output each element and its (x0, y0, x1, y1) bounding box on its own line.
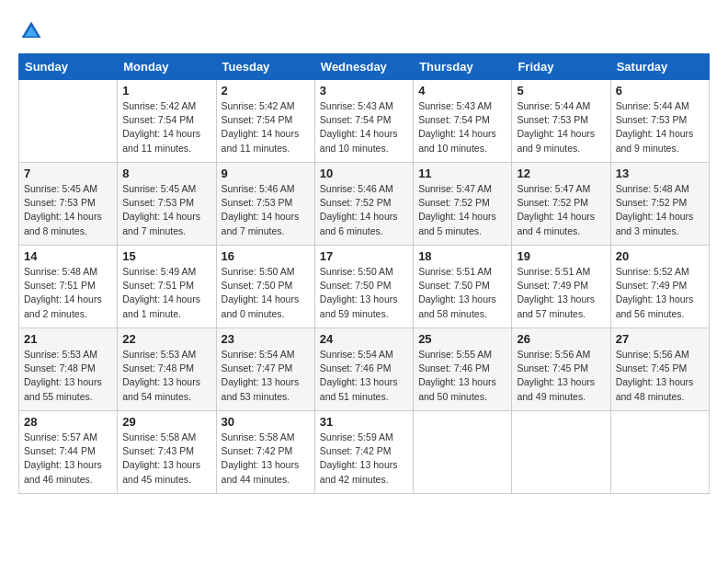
week-row-3: 14Sunrise: 5:48 AM Sunset: 7:51 PM Dayli… (19, 246, 710, 328)
day-info: Sunrise: 5:45 AM Sunset: 7:53 PM Dayligh… (122, 182, 210, 238)
day-info: Sunrise: 5:56 AM Sunset: 7:45 PM Dayligh… (517, 348, 605, 404)
day-info: Sunrise: 5:52 AM Sunset: 7:49 PM Dayligh… (616, 265, 704, 321)
col-header-tuesday: Tuesday (216, 54, 314, 80)
day-number: 11 (418, 167, 506, 180)
logo (18, 18, 48, 44)
col-header-saturday: Saturday (610, 54, 709, 80)
calendar-cell: 29Sunrise: 5:58 AM Sunset: 7:43 PM Dayli… (118, 411, 216, 494)
calendar-cell: 31Sunrise: 5:59 AM Sunset: 7:42 PM Dayli… (314, 411, 413, 494)
day-info: Sunrise: 5:53 AM Sunset: 7:48 PM Dayligh… (122, 348, 210, 404)
day-info: Sunrise: 5:44 AM Sunset: 7:53 PM Dayligh… (616, 99, 704, 155)
day-info: Sunrise: 5:58 AM Sunset: 7:42 PM Dayligh… (222, 431, 310, 487)
calendar-cell: 3Sunrise: 5:43 AM Sunset: 7:54 PM Daylig… (314, 80, 413, 163)
calendar-cell: 21Sunrise: 5:53 AM Sunset: 7:48 PM Dayli… (19, 328, 118, 411)
day-info: Sunrise: 5:54 AM Sunset: 7:47 PM Dayligh… (222, 348, 310, 404)
calendar-cell: 18Sunrise: 5:51 AM Sunset: 7:50 PM Dayli… (414, 246, 512, 328)
day-number: 26 (517, 332, 605, 346)
day-number: 13 (616, 167, 704, 180)
day-number: 3 (320, 84, 408, 98)
calendar-cell: 7Sunrise: 5:45 AM Sunset: 7:53 PM Daylig… (19, 163, 118, 246)
day-number: 5 (517, 84, 605, 98)
calendar-cell (19, 80, 118, 163)
header-row: SundayMondayTuesdayWednesdayThursdayFrid… (19, 54, 710, 80)
page-header (18, 18, 710, 44)
calendar-cell: 10Sunrise: 5:46 AM Sunset: 7:52 PM Dayli… (314, 163, 413, 246)
day-number: 29 (122, 415, 210, 429)
day-number: 22 (122, 332, 210, 346)
day-info: Sunrise: 5:57 AM Sunset: 7:44 PM Dayligh… (24, 431, 112, 487)
day-number: 23 (222, 332, 310, 346)
day-info: Sunrise: 5:50 AM Sunset: 7:50 PM Dayligh… (222, 265, 310, 321)
day-info: Sunrise: 5:48 AM Sunset: 7:52 PM Dayligh… (616, 182, 704, 238)
day-number: 18 (418, 249, 506, 263)
day-info: Sunrise: 5:43 AM Sunset: 7:54 PM Dayligh… (320, 99, 408, 155)
day-number: 4 (418, 84, 506, 98)
week-row-4: 21Sunrise: 5:53 AM Sunset: 7:48 PM Dayli… (19, 328, 710, 411)
calendar-cell: 20Sunrise: 5:52 AM Sunset: 7:49 PM Dayli… (610, 246, 709, 328)
calendar-cell (610, 411, 709, 494)
calendar-cell: 1Sunrise: 5:42 AM Sunset: 7:54 PM Daylig… (118, 80, 216, 163)
calendar-cell: 16Sunrise: 5:50 AM Sunset: 7:50 PM Dayli… (216, 246, 314, 328)
day-number: 10 (320, 167, 408, 180)
calendar-cell: 17Sunrise: 5:50 AM Sunset: 7:50 PM Dayli… (314, 246, 413, 328)
day-number: 17 (320, 249, 408, 263)
day-info: Sunrise: 5:47 AM Sunset: 7:52 PM Dayligh… (517, 182, 605, 238)
day-number: 27 (616, 332, 704, 346)
day-number: 2 (222, 84, 310, 98)
day-number: 14 (24, 249, 112, 263)
day-info: Sunrise: 5:42 AM Sunset: 7:54 PM Dayligh… (222, 99, 310, 155)
day-info: Sunrise: 5:51 AM Sunset: 7:50 PM Dayligh… (418, 265, 506, 321)
day-number: 21 (24, 332, 112, 346)
calendar-cell: 14Sunrise: 5:48 AM Sunset: 7:51 PM Dayli… (19, 246, 118, 328)
day-number: 9 (222, 167, 310, 180)
day-number: 12 (517, 167, 605, 180)
calendar-cell: 2Sunrise: 5:42 AM Sunset: 7:54 PM Daylig… (216, 80, 314, 163)
day-number: 30 (222, 415, 310, 429)
day-number: 31 (320, 415, 408, 429)
day-number: 20 (616, 249, 704, 263)
day-info: Sunrise: 5:45 AM Sunset: 7:53 PM Dayligh… (24, 182, 112, 238)
day-info: Sunrise: 5:51 AM Sunset: 7:49 PM Dayligh… (517, 265, 605, 321)
calendar-cell: 30Sunrise: 5:58 AM Sunset: 7:42 PM Dayli… (216, 411, 314, 494)
day-number: 7 (24, 167, 112, 180)
day-info: Sunrise: 5:53 AM Sunset: 7:48 PM Dayligh… (24, 348, 112, 404)
calendar-cell: 8Sunrise: 5:45 AM Sunset: 7:53 PM Daylig… (118, 163, 216, 246)
calendar-cell: 22Sunrise: 5:53 AM Sunset: 7:48 PM Dayli… (118, 328, 216, 411)
calendar-cell: 15Sunrise: 5:49 AM Sunset: 7:51 PM Dayli… (118, 246, 216, 328)
day-number: 1 (122, 84, 210, 98)
day-number: 28 (24, 415, 112, 429)
day-info: Sunrise: 5:48 AM Sunset: 7:51 PM Dayligh… (24, 265, 112, 321)
day-number: 8 (122, 167, 210, 180)
col-header-monday: Monday (118, 54, 216, 80)
day-info: Sunrise: 5:49 AM Sunset: 7:51 PM Dayligh… (122, 265, 210, 321)
day-number: 15 (122, 249, 210, 263)
calendar-cell: 6Sunrise: 5:44 AM Sunset: 7:53 PM Daylig… (610, 80, 709, 163)
day-info: Sunrise: 5:58 AM Sunset: 7:43 PM Dayligh… (122, 431, 210, 487)
day-info: Sunrise: 5:50 AM Sunset: 7:50 PM Dayligh… (320, 265, 408, 321)
calendar-cell: 5Sunrise: 5:44 AM Sunset: 7:53 PM Daylig… (512, 80, 610, 163)
day-number: 6 (616, 84, 704, 98)
calendar-cell: 28Sunrise: 5:57 AM Sunset: 7:44 PM Dayli… (19, 411, 118, 494)
week-row-1: 1Sunrise: 5:42 AM Sunset: 7:54 PM Daylig… (19, 80, 710, 163)
calendar-cell: 13Sunrise: 5:48 AM Sunset: 7:52 PM Dayli… (610, 163, 709, 246)
week-row-5: 28Sunrise: 5:57 AM Sunset: 7:44 PM Dayli… (19, 411, 710, 494)
day-info: Sunrise: 5:42 AM Sunset: 7:54 PM Dayligh… (122, 99, 210, 155)
col-header-thursday: Thursday (414, 54, 512, 80)
calendar-cell: 26Sunrise: 5:56 AM Sunset: 7:45 PM Dayli… (512, 328, 610, 411)
day-info: Sunrise: 5:47 AM Sunset: 7:52 PM Dayligh… (418, 182, 506, 238)
calendar-cell: 11Sunrise: 5:47 AM Sunset: 7:52 PM Dayli… (414, 163, 512, 246)
day-info: Sunrise: 5:54 AM Sunset: 7:46 PM Dayligh… (320, 348, 408, 404)
calendar-cell: 9Sunrise: 5:46 AM Sunset: 7:53 PM Daylig… (216, 163, 314, 246)
day-info: Sunrise: 5:46 AM Sunset: 7:53 PM Dayligh… (222, 182, 310, 238)
calendar-cell (414, 411, 512, 494)
day-info: Sunrise: 5:55 AM Sunset: 7:46 PM Dayligh… (418, 348, 506, 404)
calendar-cell: 19Sunrise: 5:51 AM Sunset: 7:49 PM Dayli… (512, 246, 610, 328)
calendar-cell: 24Sunrise: 5:54 AM Sunset: 7:46 PM Dayli… (314, 328, 413, 411)
week-row-2: 7Sunrise: 5:45 AM Sunset: 7:53 PM Daylig… (19, 163, 710, 246)
day-number: 19 (517, 249, 605, 263)
day-number: 24 (320, 332, 408, 346)
day-number: 25 (418, 332, 506, 346)
logo-icon (18, 18, 44, 44)
col-header-sunday: Sunday (19, 54, 118, 80)
calendar-cell: 4Sunrise: 5:43 AM Sunset: 7:54 PM Daylig… (414, 80, 512, 163)
